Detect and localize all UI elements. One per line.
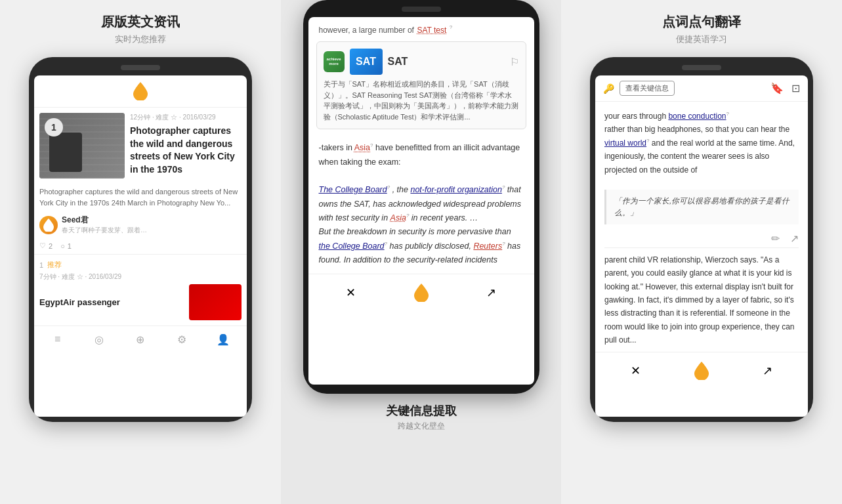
- sup-reuters: ?: [502, 241, 505, 247]
- like-action[interactable]: ♡ 2: [39, 242, 53, 250]
- article-takers: -takers in: [319, 143, 352, 152]
- right-phone-speaker: [682, 65, 721, 70]
- sup-vw: ?: [646, 138, 649, 144]
- author-name: Seed君: [62, 215, 147, 226]
- sat-logo: SAT: [350, 49, 383, 75]
- left-panel: 原版英文资讯 实时为您推荐 1: [0, 0, 281, 504]
- author-avatar: [39, 216, 58, 234]
- small-badge-num: 1: [39, 261, 43, 269]
- middle-phone-screen: however, a large number of SAT test ? ac…: [308, 17, 534, 385]
- virtual-world-link[interactable]: virtual world: [604, 138, 646, 148]
- right-bottom-icons: ✏ ↗: [595, 230, 808, 247]
- college-board-link[interactable]: The College Board: [319, 185, 387, 194]
- reuters-link[interactable]: Reuters: [473, 242, 502, 251]
- article-disclosed: has publicly disclosed,: [390, 242, 471, 251]
- news-card-2[interactable]: 1 推荐 7分钟 · 难度 ☆ · 2016/03/29 EgyptAir pa…: [34, 255, 247, 326]
- sat-logo-text: SAT: [356, 56, 376, 68]
- comment-action[interactable]: ○ 1: [60, 242, 72, 250]
- news-excerpt: Photographer captures the wild and dange…: [34, 184, 247, 211]
- toolbar-icons: 🔖 ⊡: [770, 82, 800, 94]
- superscript-1: ?: [450, 24, 452, 30]
- nav-settings-icon[interactable]: ⚙: [174, 331, 190, 347]
- sup-asia2: ?: [406, 213, 409, 219]
- sat-name: SAT: [388, 56, 408, 68]
- nav-profile-icon[interactable]: 👤: [215, 331, 231, 347]
- seed-icon: [43, 219, 54, 232]
- right-phone-screen: 🔑 查看关键信息 🔖 ⊡ your ears through bone cond…: [595, 75, 808, 417]
- sat-popup: achieve more SAT SAT ⚐ 关于与「SAT」名称相近或相同的条…: [316, 41, 526, 129]
- nav-add-icon[interactable]: ⊕: [133, 331, 148, 347]
- sat-test-link[interactable]: SAT test: [417, 26, 446, 35]
- achieve-more-text: achieve more: [326, 57, 341, 66]
- right-body-text: parent child VR relationship, Wierzoch s…: [595, 248, 808, 352]
- article-the: , the: [392, 185, 411, 194]
- middle-label: 关键信息提取 跨越文化壁垒: [386, 403, 457, 432]
- right-subtitle: 便捷英语学习: [676, 33, 727, 45]
- news-title: Photographer captures the wild and dange…: [130, 125, 242, 176]
- actions-row: ♡ 2 ○ 1: [34, 239, 247, 254]
- text-ears: your ears through: [604, 112, 666, 121]
- left-phone-screen: 1 12分钟 · 难度 ☆ · 2016/03/29 Photographer …: [34, 75, 247, 417]
- article-text: -takers in Asia? have benefitted from an…: [319, 141, 524, 267]
- college-board-link-2[interactable]: the College Board: [319, 242, 385, 251]
- news-card-1[interactable]: 1 12分钟 · 难度 ☆ · 2016/03/29 Photographer …: [34, 108, 247, 255]
- key-info-label: 查看关键信息: [625, 83, 669, 93]
- drop-logo-icon: [414, 284, 429, 302]
- share-icon-2[interactable]: ↗: [790, 232, 799, 245]
- news-card-top: 1 12分钟 · 难度 ☆ · 2016/03/29 Photographer …: [34, 108, 247, 184]
- sup-nfp: ?: [502, 184, 505, 190]
- news-image: 1: [39, 113, 125, 178]
- left-phone-frame: 1 12分钟 · 难度 ☆ · 2016/03/29 Photographer …: [29, 57, 252, 422]
- article-breakdown: But the breakdown in security is more pe…: [319, 227, 511, 236]
- small-meta: 7分钟 · 难度 ☆ · 2016/03/29: [39, 272, 242, 282]
- article-recent: in recent years. …: [411, 213, 478, 222]
- close-icon-right: ✕: [631, 364, 641, 378]
- comment-icon: ○: [60, 242, 65, 250]
- middle-phone-speaker: [402, 7, 441, 12]
- left-subtitle: 实时为您推荐: [115, 33, 166, 45]
- sup-bone: ?: [726, 111, 728, 117]
- asia-link-1[interactable]: Asia: [354, 143, 370, 152]
- sat-description: 关于与「SAT」名称相近或相同的条目，详见「SAT（消歧义）」。SAT Reas…: [324, 79, 519, 122]
- main-container: 原版英文资讯 实时为您推荐 1: [0, 0, 842, 504]
- share-button[interactable]: ↗: [480, 281, 503, 304]
- author-info: Seed君 春天了啊种子要发芽、跟着根的方向生长野生的纽约在70年代。出生于纽约…: [62, 215, 147, 235]
- quote-box: 「作为一个家长,你可以很容易地看你的孩子是看什么。」: [604, 190, 799, 224]
- sup-asia: ?: [370, 142, 373, 148]
- bone-conduction-link[interactable]: bone conduction: [668, 112, 726, 121]
- app-logo-icon: [133, 82, 148, 100]
- sup-cb2: ?: [385, 241, 387, 247]
- card-badge: 1: [45, 118, 63, 136]
- bookmark-icon[interactable]: 🔖: [770, 82, 784, 94]
- close-button[interactable]: ✕: [339, 281, 363, 304]
- close-button-right[interactable]: ✕: [624, 359, 648, 383]
- seed-logo-right: [692, 359, 711, 383]
- heart-icon: ♡: [39, 242, 46, 250]
- small-image: [189, 284, 242, 320]
- not-for-profit-link[interactable]: not-for-profit organization: [410, 185, 501, 194]
- phone-speaker: [121, 65, 160, 70]
- small-title: EgyptAir passenger: [39, 297, 184, 307]
- comment-count: 1: [68, 242, 72, 250]
- author-desc: 春天了啊种子要发芽、跟着根的方向生长野生的纽约在70年代。出生于纽约的摄影师Le…: [62, 226, 147, 235]
- author-row: Seed君 春天了啊种子要发芽、跟着根的方向生长野生的纽约在70年代。出生于纽约…: [34, 211, 247, 239]
- share-button-right[interactable]: ↗: [755, 359, 779, 383]
- asia-link-2[interactable]: Asia: [390, 213, 406, 222]
- flag-icon[interactable]: ⚐: [510, 56, 519, 68]
- pencil-icon[interactable]: ✏: [771, 232, 780, 245]
- article-body: -takers in Asia? have benefitted from an…: [308, 135, 534, 274]
- drop-logo-right-icon: [694, 362, 709, 380]
- bottom-nav: ≡ ◎ ⊕ ⚙ 👤: [34, 326, 247, 352]
- news-card-info: 12分钟 · 难度 ☆ · 2016/03/29 Photographer ca…: [130, 113, 242, 178]
- nav-explore-icon[interactable]: ◎: [91, 331, 107, 347]
- key-icon: 🔑: [603, 83, 614, 94]
- middle-bottom-bar: ✕ ↗: [308, 274, 534, 311]
- sup-cb: ?: [387, 184, 390, 190]
- nav-home-icon[interactable]: ≡: [50, 331, 66, 347]
- screen-header: [34, 75, 247, 108]
- small-badge-label: 推荐: [47, 260, 62, 270]
- key-info-button[interactable]: 查看关键信息: [620, 81, 675, 96]
- sat-popup-header: achieve more SAT SAT ⚐: [324, 49, 519, 75]
- share-icon-right[interactable]: ⊡: [791, 82, 800, 94]
- text-headphones: rather than big headphones, so that you …: [604, 125, 789, 134]
